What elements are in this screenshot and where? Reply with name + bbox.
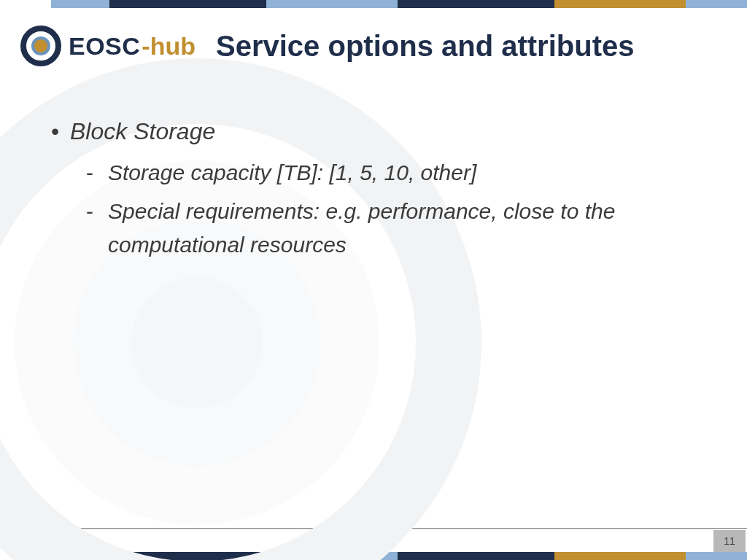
border-segment — [554, 0, 686, 8]
slide-title: Service options and attributes — [216, 30, 727, 63]
header: EOSC - hub Service options and attribute… — [0, 8, 747, 66]
bullet-text: Storage capacity [TB]: [1, 5, 10, other] — [108, 160, 476, 184]
border-segment — [109, 552, 266, 560]
content-area: Block Storage Storage capacity [TB]: [1,… — [0, 66, 747, 262]
border-segment — [51, 0, 109, 8]
border-segment — [266, 552, 398, 560]
border-segment — [0, 552, 51, 560]
logo-eosc: EOSC — [69, 32, 140, 61]
list-item: Storage capacity [TB]: [1, 5, 10, other] — [86, 156, 696, 190]
border-segment — [109, 0, 266, 8]
main-bullet-list: Block Storage Storage capacity [TB]: [1,… — [51, 116, 696, 262]
footer-divider — [29, 528, 747, 529]
border-segment — [51, 552, 109, 560]
top-border-strip — [0, 0, 747, 8]
logo-hub: hub — [150, 32, 196, 61]
list-item: Special requirements: e.g. performance, … — [86, 195, 696, 262]
border-segment — [554, 552, 686, 560]
logo-text: EOSC - hub — [69, 32, 196, 61]
border-segment — [0, 0, 51, 8]
bottom-border-strip — [0, 552, 747, 560]
footer: 7/17/2018 11 — [0, 530, 747, 552]
border-segment — [686, 552, 747, 560]
logo-mark-icon — [20, 26, 61, 66]
footer-date: 7/17/2018 — [0, 535, 80, 547]
logo: EOSC - hub — [20, 26, 196, 66]
page-number: 11 — [724, 535, 735, 547]
bullet-text: Block Storage — [70, 118, 215, 144]
list-item: Block Storage Storage capacity [TB]: [1,… — [51, 116, 696, 262]
border-segment — [398, 0, 554, 8]
sub-bullet-list: Storage capacity [TB]: [1, 5, 10, other]… — [86, 156, 696, 262]
logo-dash: - — [142, 32, 150, 61]
border-segment — [686, 0, 747, 8]
border-segment — [266, 0, 398, 8]
bullet-text: Special requirements: e.g. performance, … — [108, 199, 615, 257]
page-number-badge: 11 — [713, 530, 746, 552]
border-segment — [398, 552, 554, 560]
